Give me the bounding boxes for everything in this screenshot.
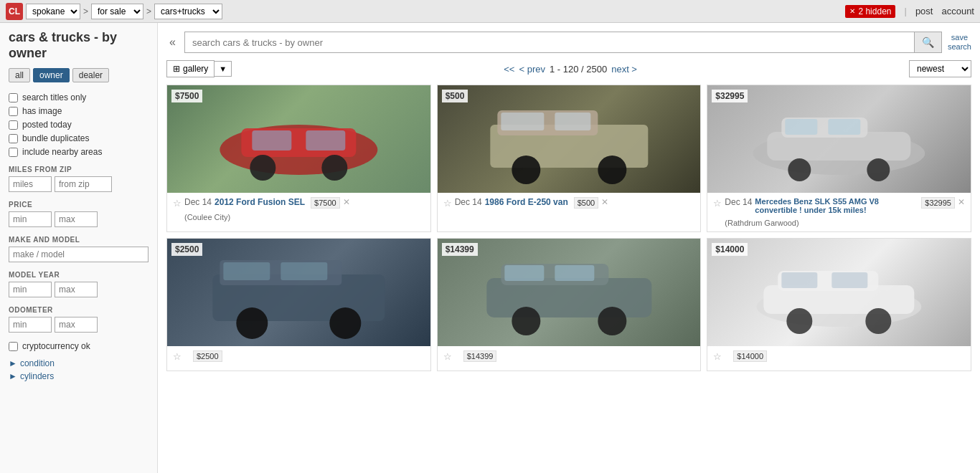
chevron-right-icon-2: ► (9, 371, 17, 381)
gallery-dropdown-btn[interactable]: ▼ (215, 61, 232, 77)
price-badge: $14399 (442, 243, 478, 256)
checkbox-crypto[interactable]: cryptocurrency ok (9, 341, 149, 351)
checkbox-has-image[interactable]: has image (9, 106, 149, 116)
collapse-button[interactable]: « (166, 33, 179, 52)
miles-input[interactable] (9, 176, 52, 192)
filter-tabs: all owner dealer (9, 68, 149, 82)
star-icon[interactable]: ☆ (713, 351, 722, 362)
car-svg (167, 239, 430, 346)
listing-card[interactable]: $14000 ☆ (707, 238, 971, 371)
svg-rect-37 (832, 272, 868, 288)
zip-input[interactable] (55, 176, 112, 192)
model-year-label: MODEL YEAR (9, 271, 149, 279)
miles-row (9, 176, 149, 192)
search-input-wrap: 🔍 (184, 32, 942, 53)
svg-rect-23 (223, 262, 270, 280)
svg-rect-30 (555, 265, 594, 281)
city-select[interactable]: spokane seattle portland (26, 4, 80, 19)
search-label: search (948, 42, 971, 52)
price-min-input[interactable] (9, 211, 52, 227)
svg-rect-10 (501, 113, 544, 130)
listing-title[interactable]: 1986 Ford E-250 van (485, 197, 568, 207)
listing-image: $2500 (167, 239, 430, 346)
svg-point-28 (598, 307, 626, 335)
expand-cylinders[interactable]: ► cylinders (9, 371, 149, 381)
crypto-input[interactable] (9, 342, 18, 351)
star-icon[interactable]: ☆ (713, 198, 722, 209)
has-image-input[interactable] (9, 107, 18, 116)
checkbox-nearby-areas[interactable]: include nearby areas (9, 147, 149, 157)
next-page-btn[interactable]: next > (611, 64, 637, 75)
checkbox-titles-only[interactable]: search titles only (9, 92, 149, 102)
save-label: save (948, 33, 971, 42)
star-icon[interactable]: ☆ (443, 351, 452, 362)
price-label: PRICE (9, 201, 149, 209)
bundle-duplicates-input[interactable] (9, 134, 18, 143)
tab-all[interactable]: all (9, 68, 30, 82)
search-input[interactable] (185, 32, 914, 52)
save-search-button[interactable]: save search (948, 33, 971, 52)
listing-card[interactable]: $7500 ☆ Dec 14 (166, 85, 431, 232)
category2-select[interactable]: cars+trucks motorcycles RVs (154, 4, 222, 19)
listing-card[interactable]: $500 ☆ Dec 14 1986 Ford E- (437, 85, 702, 232)
price-badge: $7500 (171, 90, 202, 102)
svg-point-34 (787, 308, 813, 334)
x-icon: ✕ (849, 7, 855, 15)
listing-date: Dec 14 (455, 197, 482, 207)
search-button[interactable]: 🔍 (914, 32, 941, 52)
listing-price-inline: $7500 (311, 197, 340, 209)
expand-condition[interactable]: ► condition (9, 358, 149, 368)
svg-point-8 (512, 156, 540, 184)
tab-dealer[interactable]: dealer (72, 68, 109, 82)
sidebar: cars & trucks - by owner all owner deale… (0, 23, 158, 473)
odometer-max-input[interactable] (55, 317, 98, 333)
listing-card[interactable]: $2500 ☆ $250 (166, 238, 431, 371)
svg-rect-24 (281, 262, 327, 280)
category1-select[interactable]: for sale housing jobs (91, 4, 143, 19)
cl-logo: CL (6, 3, 23, 20)
svg-rect-4 (252, 130, 291, 150)
first-page-btn[interactable]: << (504, 64, 514, 75)
price-max-input[interactable] (55, 211, 98, 227)
remove-icon[interactable]: ✕ (958, 197, 965, 207)
remove-icon[interactable]: ✕ (343, 197, 350, 207)
titles-only-input[interactable] (9, 93, 18, 102)
make-model-section: MAKE AND MODEL (9, 236, 149, 262)
tab-owner[interactable]: owner (33, 68, 70, 82)
star-icon[interactable]: ☆ (443, 198, 452, 209)
sort-select[interactable]: newest oldest price low price high (909, 60, 971, 77)
svg-point-15 (788, 158, 811, 181)
odometer-section: ODOMETER (9, 306, 149, 333)
listing-price-inline: $14399 (463, 350, 497, 362)
post-link[interactable]: post (915, 6, 933, 16)
listing-image: $7500 (167, 85, 430, 193)
year-max-input[interactable] (55, 282, 98, 297)
gallery-controls: ⊞ gallery ▼ << < prev 1 - 120 / 2500 nex… (166, 60, 971, 77)
make-model-input[interactable] (9, 247, 149, 262)
remove-icon[interactable]: ✕ (601, 197, 608, 207)
cylinders-label: cylinders (20, 371, 54, 381)
svg-point-21 (236, 307, 268, 339)
gallery-btn[interactable]: ⊞ gallery (166, 60, 215, 77)
star-icon[interactable]: ☆ (173, 351, 182, 362)
account-link[interactable]: account (941, 6, 974, 16)
search-bar-row: « 🔍 save search (166, 29, 971, 53)
checkbox-bundle-duplicates[interactable]: bundle duplicates (9, 133, 149, 143)
prev-page-btn[interactable]: < prev (519, 64, 545, 75)
hidden-badge[interactable]: ✕ 2 hidden (845, 5, 895, 18)
listing-card[interactable]: $14399 ☆ $14 (437, 238, 702, 371)
posted-today-input[interactable] (9, 120, 18, 130)
nearby-areas-input[interactable] (9, 148, 18, 157)
listing-title[interactable]: 2012 Ford Fusion SEL (215, 197, 305, 207)
star-icon[interactable]: ☆ (173, 198, 182, 209)
svg-point-2 (250, 155, 275, 181)
listing-card[interactable]: $32995 ☆ Dec 14 (707, 85, 971, 232)
listing-title[interactable]: Mercedes Benz SLK S55 AMG V8 convertible… (755, 197, 915, 214)
odometer-min-input[interactable] (9, 317, 52, 333)
checkbox-posted-today[interactable]: posted today (9, 120, 149, 130)
year-min-input[interactable] (9, 282, 52, 297)
listing-image: $14399 (438, 239, 701, 346)
hidden-count: 2 hidden (858, 6, 891, 16)
price-badge: $2500 (171, 243, 202, 256)
listing-location (438, 366, 701, 371)
